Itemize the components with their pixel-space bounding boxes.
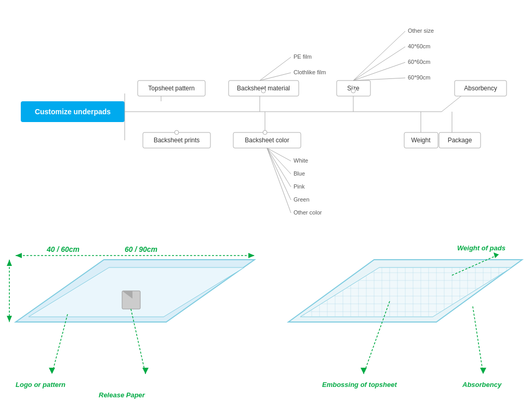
- svg-line-57: [473, 306, 483, 374]
- svg-line-7: [260, 57, 291, 81]
- svg-marker-37: [16, 253, 22, 258]
- svg-marker-40: [7, 260, 12, 266]
- svg-marker-45: [142, 368, 149, 374]
- mindmap: Customize underpads Topsheet pattern Bac…: [0, 0, 532, 234]
- logo-pattern-label: Logo or pattern: [16, 381, 65, 388]
- svg-marker-56: [361, 368, 367, 374]
- svg-line-8: [260, 73, 291, 81]
- clothlike-film-label: Clothlike film: [294, 69, 326, 75]
- svg-line-24: [267, 148, 291, 200]
- white-label: White: [294, 157, 308, 164]
- size-40-60-label: 40*60cm: [408, 43, 430, 49]
- svg-marker-58: [480, 368, 486, 374]
- other-size-label: Other size: [408, 28, 434, 34]
- svg-line-12: [353, 47, 405, 81]
- svg-marker-54: [494, 252, 499, 258]
- svg-point-32: [261, 89, 265, 93]
- svg-marker-38: [248, 253, 255, 258]
- center-node: Customize underpads: [35, 108, 111, 116]
- topsheet-pattern-node: Topsheet pattern: [148, 85, 194, 92]
- size-40-60-annotation: 40 / 60cm: [46, 245, 79, 253]
- weight-of-pads-label: Weight of pads: [457, 244, 506, 252]
- blue-label: Blue: [294, 170, 305, 177]
- size-60-60-label: 60*60cm: [408, 59, 430, 65]
- package-node: Package: [448, 137, 472, 144]
- embossing-label: Embossing of topsheet: [322, 381, 397, 388]
- size-60-90-annotation: 60 / 90cm: [125, 245, 157, 253]
- pe-film-label: PE film: [294, 53, 312, 60]
- svg-marker-47: [49, 368, 55, 374]
- svg-line-46: [52, 314, 68, 374]
- svg-line-25: [267, 148, 291, 213]
- svg-point-33: [351, 89, 355, 93]
- backsheet-color-node: Backsheet color: [245, 137, 289, 144]
- svg-line-11: [353, 31, 405, 81]
- svg-line-13: [353, 62, 405, 81]
- svg-line-22: [267, 148, 291, 174]
- release-paper-label: Release Paper: [99, 391, 145, 399]
- other-color-label: Other color: [294, 209, 322, 216]
- absorbency-node: Absorbency: [464, 85, 497, 92]
- green-label: Green: [294, 196, 310, 203]
- weight-node: Weight: [411, 137, 431, 144]
- absorbency-diagram-label: Absorbency: [462, 381, 502, 388]
- backsheet-prints-node: Backsheet prints: [154, 137, 200, 144]
- svg-marker-41: [7, 316, 12, 322]
- svg-line-14: [353, 78, 405, 81]
- pink-label: Pink: [294, 183, 305, 190]
- product-diagram: 40 / 60cm 60 / 90cm Logo or pattern Rele…: [0, 234, 532, 402]
- svg-point-30: [175, 130, 179, 135]
- svg-line-21: [267, 148, 291, 161]
- size-60-90-label: 60*90cm: [408, 74, 430, 81]
- svg-point-31: [263, 130, 267, 135]
